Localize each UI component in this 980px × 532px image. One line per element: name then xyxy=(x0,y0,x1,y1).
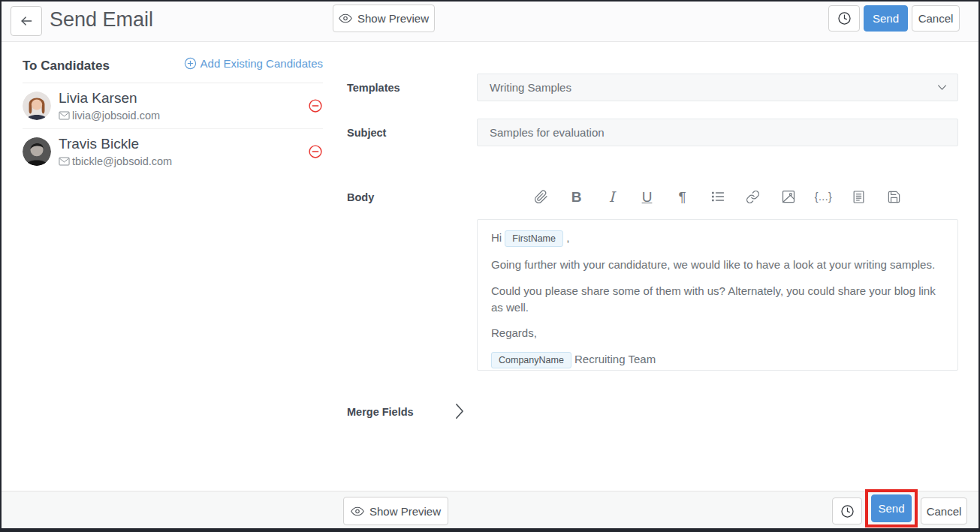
clock-icon xyxy=(840,504,855,518)
back-arrow-icon xyxy=(19,14,34,29)
paragraph-icon[interactable]: ¶ xyxy=(674,188,691,205)
candidate-avatar xyxy=(23,92,51,120)
merge-fields-label: Merge Fields xyxy=(347,406,414,418)
subject-label: Subject xyxy=(347,127,386,139)
show-preview-label: Show Preview xyxy=(357,12,429,25)
candidates-panel-title: To Candidates xyxy=(23,59,110,74)
templates-selected-value: Writing Samples xyxy=(490,81,937,94)
body-label: Body xyxy=(347,191,374,203)
firstname-token[interactable]: FirstName xyxy=(505,230,563,247)
templates-label: Templates xyxy=(347,82,400,94)
candidate-row[interactable]: Travis Bickle tbickle@jobsoid.com xyxy=(23,129,323,174)
show-preview-label: Show Preview xyxy=(369,505,441,518)
send-email-window: Send Email Show Preview Send Cancel To C… xyxy=(0,0,980,532)
schedule-button-top[interactable] xyxy=(828,5,860,32)
remove-candidate-button[interactable] xyxy=(308,144,323,159)
bold-icon[interactable]: B xyxy=(568,188,585,205)
cancel-button-bottom[interactable]: Cancel xyxy=(921,497,967,524)
companyname-token[interactable]: CompanyName xyxy=(491,352,571,368)
send-button-red-annotation: Send xyxy=(865,489,918,527)
chevron-down-icon xyxy=(937,84,947,91)
template-document-icon[interactable] xyxy=(851,188,867,205)
candidate-name: Livia Karsen xyxy=(59,91,160,107)
minus-circle-icon xyxy=(308,98,323,113)
eye-icon xyxy=(351,506,364,516)
email-body-editor[interactable]: Hi FirstName , Going further with your c… xyxy=(477,219,958,371)
envelope-icon xyxy=(59,111,70,120)
chevron-right-icon xyxy=(454,402,465,420)
image-icon[interactable] xyxy=(780,188,797,205)
editor-toolbar: B I U ¶ {...} xyxy=(477,184,958,209)
remove-candidate-button[interactable] xyxy=(308,98,323,113)
add-existing-candidates-label: Add Existing Candidates xyxy=(201,57,323,70)
merge-field-icon[interactable]: {...} xyxy=(816,188,832,205)
subject-input[interactable] xyxy=(477,119,958,146)
schedule-button-bottom[interactable] xyxy=(832,497,862,524)
underline-icon[interactable]: U xyxy=(639,188,656,205)
send-label: Send xyxy=(873,12,899,25)
show-preview-button-top[interactable]: Show Preview xyxy=(333,5,435,32)
page-title: Send Email xyxy=(50,8,153,32)
candidate-row[interactable]: Livia Karsen livia@jobsoid.com xyxy=(23,83,323,129)
clock-icon xyxy=(837,11,852,26)
cancel-label: Cancel xyxy=(918,12,954,25)
save-icon[interactable] xyxy=(886,188,903,205)
show-preview-button-bottom[interactable]: Show Preview xyxy=(343,497,448,525)
candidates-panel: To Candidates Add Existing Candidates xyxy=(23,57,323,174)
back-button[interactable] xyxy=(11,6,42,36)
header-bar: Send Email Show Preview Send Cancel xyxy=(2,2,978,42)
body-paragraph: Could you please share some of them with… xyxy=(491,283,944,316)
eye-icon xyxy=(339,14,352,23)
send-label: Send xyxy=(878,502,904,515)
send-button-top[interactable]: Send xyxy=(864,5,908,32)
bullet-list-icon[interactable] xyxy=(710,188,726,205)
candidate-avatar xyxy=(23,137,51,166)
candidate-email-text: tbickle@jobsoid.com xyxy=(72,155,172,167)
cancel-label: Cancel xyxy=(927,505,962,518)
footer-bar: Show Preview Send Cancel xyxy=(2,491,978,528)
body-signature-line: CompanyName Recruiting Team xyxy=(491,351,944,368)
body-paragraph: Going further with your candidature, we … xyxy=(491,257,944,273)
italic-icon[interactable]: I xyxy=(604,188,620,205)
cancel-button-top[interactable]: Cancel xyxy=(912,5,960,32)
templates-select[interactable]: Writing Samples xyxy=(477,74,958,101)
send-button-bottom[interactable]: Send xyxy=(871,494,912,522)
candidate-name: Travis Bickle xyxy=(59,137,172,152)
add-existing-candidates-link[interactable]: Add Existing Candidates xyxy=(184,57,323,70)
attachment-icon[interactable] xyxy=(533,188,550,205)
body-greeting-line: Hi FirstName , xyxy=(491,230,944,247)
link-icon[interactable] xyxy=(745,188,761,205)
body-regards: Regards, xyxy=(491,325,944,341)
merge-fields-expander[interactable] xyxy=(451,401,467,421)
candidate-email-text: livia@jobsoid.com xyxy=(72,110,160,122)
envelope-icon xyxy=(59,157,70,166)
minus-circle-icon xyxy=(308,144,323,159)
plus-circle-icon xyxy=(184,57,197,70)
